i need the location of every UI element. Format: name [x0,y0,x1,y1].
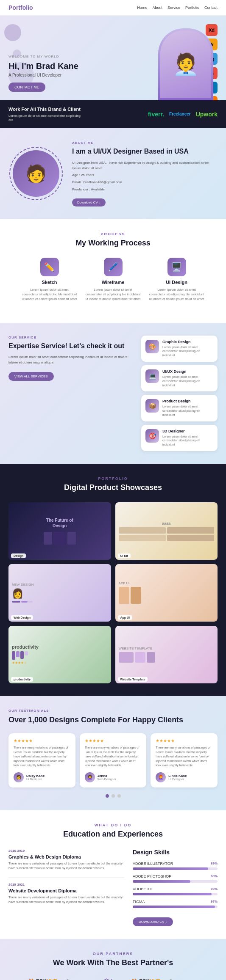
nav-link-portfolio[interactable]: Portfolio [185,6,199,10]
author-name-1: Daisy Kane [26,774,45,778]
portfolio-label-3: Web Design [11,615,33,620]
portfolio-content-6: WEBSITE TEMPLATE [115,643,218,666]
portfolio-img-1: The Future ofDesign Design [8,502,111,560]
nav-link-contact[interactable]: Contact [204,6,218,10]
hexa-icon: ⬡ [103,977,109,980]
hero-cta-button[interactable]: CONTACT ME [8,83,45,92]
grid-item-a [119,527,166,534]
partners-label: OUR PARTNERS [8,952,218,956]
testimonial-card-3: ★★★★★ There are many variations of passa… [151,733,218,787]
partners-section: OUR PARTNERS We Work With The Best Partn… [0,939,226,980]
education-section: WHAT DO I DO Education and Experiences 2… [0,810,226,939]
testimonial-text-2: There are many variations of passages of… [85,746,142,768]
mock-c [67,532,76,545]
hero-person-illustration: 🧑‍💼 [158,28,213,100]
tag-2 [21,601,28,603]
author-avatar-1: 👩 [14,772,24,782]
mock-a [44,532,52,545]
website-template-screens [119,652,215,663]
services-view-btn[interactable]: VIEW ALL SERVICES [8,372,54,381]
portfolio-person: 👩 [12,588,108,599]
skill-adobe-xd: ADOBE XD 93% [133,887,218,895]
portfolio-item-1[interactable]: The Future ofDesign Design [8,502,111,560]
nav-link-home[interactable]: Home [137,6,147,10]
edu-desc-2: There are many variations of passages of… [8,895,124,905]
wireframe-title: Wireframe [86,280,141,285]
sketch-desc: Lorem ipsum dolor sit amet consectetur s… [22,287,77,302]
process-step-ui-design: 🖥️ UI Design Lorem ipsum dolor sit amet … [149,258,204,302]
hero-image: 🧑‍💼 [158,28,218,100]
bar-3 [20,651,24,659]
hexa-text: hexa [111,978,123,980]
skill-xd-pct: 93% [211,887,218,891]
service-card-uiux: 💻 UI/UX Design Lorem ipsum dolor sit ame… [141,365,218,391]
hero-subtitle: A Professional UI Developer [8,73,158,77]
partner-foxhub-1: 🦊 FOXHUB [28,978,58,980]
wireframe-icon: 🖊️ [104,258,123,276]
stars-3: ★★★★★ [156,738,212,743]
screen-b [131,587,141,604]
hero-section: WELCOME TO MY WORLD Hi, I'm Brad Kane A … [0,16,226,100]
skill-illustrator: ADOBE ILLUSTRATOR 89% [133,862,218,870]
testimonials-grid: ★★★★★ There are many variations of passa… [8,733,218,787]
portfolio-img-5: productivity ★★★★☆ productivity [8,626,111,683]
sketch-title: Sketch [22,280,77,285]
nav-link-about[interactable]: About [152,6,162,10]
dot-2[interactable] [112,794,115,798]
portfolio-item-4[interactable]: APP UI App UI [115,564,218,622]
screen-a [119,587,129,604]
education-title: Education and Experiences [8,830,218,839]
partner-hexa: ⬡ hexa [103,977,123,980]
skill-photoshop-pct: 68% [211,874,218,878]
stars-1: ★★★★★ [14,738,70,743]
product-design-name: Product Design [162,399,213,403]
author-role-2: Web Designer [98,778,116,781]
testimonial-text-3: There are many variations of passages of… [156,746,212,768]
portfolio-content-3: NEW DESIGN 👩 [8,579,111,606]
graphic-design-info: Graphic Design Lorem ipsum dolor sit ame… [162,340,213,358]
3d-designer-name: 3D Designer [162,429,213,433]
hero-name: Hi, I'm Brad Kane [8,61,158,71]
portfolio-label-4: App UI [118,615,133,620]
author-role-3: Ui Designer [168,778,187,781]
about-title: I am a UI/UX Designer Based in USA [72,147,218,156]
education-content: 2016-2019 Graphics & Web Design Diploma … [8,849,218,926]
process-step-sketch: ✏️ Sketch Lorem ipsum dolor sit amet con… [22,258,77,302]
portfolio-app-label: APP UI [119,581,215,585]
testimonials-label: OUR TESTIMONIALS [8,709,218,713]
testimonial-text-1: There are many variations of passages of… [14,746,70,768]
skill-photoshop-name: ADOBE PHOTOSHOP 68% [133,874,218,878]
about-image-outer: 🧑 [13,150,59,197]
navbar: Portfolio HomeAboutServicePortfolioConta… [0,0,226,16]
product-design-desc: Lorem ipsum dolor sit amet consectetur s… [162,405,213,417]
nav-link-service[interactable]: Service [167,6,180,10]
about-detail-age: Age : 25 Years [72,173,218,178]
about-download-btn[interactable]: Download CV ↓ [72,198,106,206]
graphic-design-icon: 🎨 [145,340,159,353]
edu-title-1: Graphics & Web Design Diploma [8,854,124,859]
portfolio-label-5: productivity [11,677,33,682]
nav-logo[interactable]: Portfolio [8,4,33,11]
testimonial-author-1: 👩 Daisy Kane Ui Designer [14,772,70,782]
service-card-3d: 🎯 3D Designer Lorem ipsum dolor sit amet… [141,425,218,451]
about-detail-email: Email : bradkane486@gmail.com [72,180,218,185]
dot-3[interactable] [117,794,121,798]
skill-fill-figma [133,906,215,908]
portfolio-item-6[interactable]: WEBSITE TEMPLATE Website Template [115,626,218,683]
website-template-label: WEBSITE TEMPLATE [119,647,215,650]
skill-xd-name: ADOBE XD 93% [133,887,218,891]
product-design-icon: 📦 [145,399,159,413]
dot-1[interactable] [106,794,109,798]
portfolio-item-5[interactable]: productivity ★★★★☆ productivity [8,626,111,683]
brand-bar-text: Work For All This Brand & Client Lorem i… [8,106,85,122]
portfolio-item-3[interactable]: NEW DESIGN 👩 Web Design [8,564,111,622]
portfolio-person-label: NEW DESIGN [12,583,108,586]
author-avatar-2: 👩‍🦱 [85,772,95,782]
uiux-design-desc: Lorem ipsum dolor sit amet consectetur s… [162,375,213,387]
portfolio-item-2[interactable]: aaaa UI Kit [115,502,218,560]
pagination-dots [8,794,218,798]
services-title: Expertise Service! Let's check it out [8,342,134,351]
grid-item-b [167,527,214,534]
uiux-design-icon: 💻 [145,369,159,383]
edu-download-btn[interactable]: DOWNLOAD CV ↓ [133,917,173,926]
